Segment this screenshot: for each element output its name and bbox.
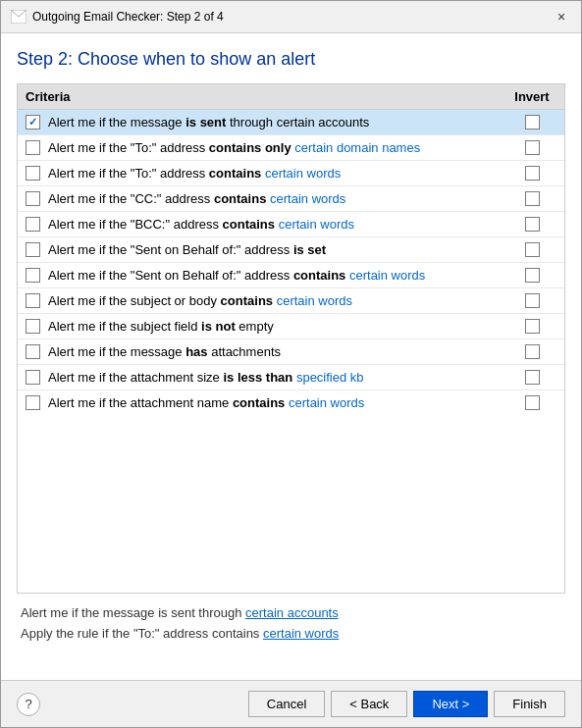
table-row[interactable]: Alert me if the "CC:" address contains c… [18, 186, 564, 212]
col-criteria-header: Criteria [26, 89, 507, 104]
table-row[interactable]: Alert me if the message is sent through … [18, 110, 564, 135]
row-checkbox-5[interactable] [26, 242, 40, 257]
title-bar-left: Outgoing Email Checker: Step 2 of 4 [11, 9, 224, 25]
table-header: Criteria Invert [18, 84, 564, 110]
email-icon [11, 9, 26, 25]
criteria-table: Criteria Invert Alert me if the message … [17, 83, 565, 594]
row-invert-8 [507, 319, 556, 334]
row-checkbox-0[interactable] [26, 115, 40, 130]
row-invert-3 [507, 191, 556, 206]
row-invert-1 [507, 140, 556, 155]
finish-button[interactable]: Finish [494, 691, 565, 717]
row-text-1: Alert me if the "To:" address contains o… [48, 140, 507, 155]
dialog: Outgoing Email Checker: Step 2 of 4 × St… [0, 0, 582, 728]
row-text-11: Alert me if the attachment name contains… [48, 395, 507, 410]
row-checkbox-9[interactable] [26, 344, 40, 359]
row-checkbox-10[interactable] [26, 370, 40, 385]
invert-checkbox-0[interactable] [525, 115, 540, 130]
row-invert-9 [507, 344, 556, 359]
table-row[interactable]: Alert me if the subject field is not emp… [18, 314, 564, 339]
row-text-9: Alert me if the message has attachments [48, 344, 507, 359]
table-row[interactable]: Alert me if the message has attachments [18, 339, 564, 365]
row-invert-4 [507, 217, 556, 232]
next-button[interactable]: Next > [413, 691, 488, 717]
table-row[interactable]: Alert me if the attachment size is less … [18, 365, 564, 390]
col-invert-header: Invert [507, 89, 556, 104]
summary-link-2[interactable]: certain words [263, 626, 339, 641]
invert-checkbox-8[interactable] [525, 319, 540, 334]
invert-checkbox-6[interactable] [525, 268, 540, 283]
table-row[interactable]: Alert me if the "To:" address contains c… [18, 161, 564, 186]
summary-line-1: Alert me if the message is sent through … [21, 603, 561, 624]
table-row[interactable]: Alert me if the "Sent on Behalf of:" add… [18, 237, 564, 263]
row-invert-11 [507, 395, 556, 410]
invert-checkbox-3[interactable] [525, 191, 540, 206]
row-checkbox-1[interactable] [26, 140, 40, 155]
cancel-button[interactable]: Cancel [248, 691, 325, 717]
back-button[interactable]: < Back [331, 691, 407, 717]
invert-checkbox-7[interactable] [525, 293, 540, 308]
row-text-6: Alert me if the "Sent on Behalf of:" add… [48, 268, 507, 283]
row-text-3: Alert me if the "CC:" address contains c… [48, 191, 507, 206]
close-button[interactable]: × [552, 7, 571, 26]
invert-checkbox-4[interactable] [525, 217, 540, 232]
invert-checkbox-10[interactable] [525, 370, 540, 385]
summary-line-2: Apply the rule if the "To:" address cont… [21, 624, 561, 645]
row-text-10: Alert me if the attachment size is less … [48, 370, 507, 385]
table-row[interactable]: Alert me if the attachment name contains… [18, 390, 564, 415]
row-checkbox-6[interactable] [26, 268, 40, 283]
invert-checkbox-5[interactable] [525, 242, 540, 257]
table-row[interactable]: Alert me if the "To:" address contains o… [18, 135, 564, 161]
help-button[interactable]: ? [17, 693, 40, 716]
row-text-5: Alert me if the "Sent on Behalf of:" add… [48, 242, 507, 257]
row-invert-6 [507, 268, 556, 283]
dialog-content: Step 2: Choose when to show an alert Cri… [1, 33, 581, 680]
row-text-8: Alert me if the subject field is not emp… [48, 319, 507, 334]
title-bar: Outgoing Email Checker: Step 2 of 4 × [1, 1, 581, 33]
row-text-2: Alert me if the "To:" address contains c… [48, 166, 507, 181]
row-invert-2 [507, 166, 556, 181]
row-text-0: Alert me if the message is sent through … [48, 115, 507, 130]
invert-checkbox-11[interactable] [525, 395, 540, 410]
row-text-7: Alert me if the subject or body contains… [48, 293, 507, 308]
table-row[interactable]: Alert me if the subject or body contains… [18, 288, 564, 314]
row-invert-10 [507, 370, 556, 385]
summary-area: Alert me if the message is sent through … [17, 594, 565, 672]
dialog-footer: ? Cancel < Back Next > Finish [1, 680, 581, 727]
row-checkbox-7[interactable] [26, 293, 40, 308]
invert-checkbox-2[interactable] [525, 166, 540, 181]
row-checkbox-3[interactable] [26, 191, 40, 206]
row-invert-7 [507, 293, 556, 308]
dialog-title: Outgoing Email Checker: Step 2 of 4 [32, 10, 224, 24]
step-title: Step 2: Choose when to show an alert [17, 49, 565, 70]
summary-link-1[interactable]: certain accounts [245, 605, 339, 620]
footer-buttons: Cancel < Back Next > Finish [248, 691, 565, 717]
row-checkbox-4[interactable] [26, 217, 40, 232]
row-invert-5 [507, 242, 556, 257]
table-row[interactable]: Alert me if the "BCC:" address contains … [18, 212, 564, 237]
row-text-4: Alert me if the "BCC:" address contains … [48, 217, 507, 232]
row-checkbox-11[interactable] [26, 395, 40, 410]
row-checkbox-8[interactable] [26, 319, 40, 334]
row-invert-0 [507, 115, 556, 130]
table-row[interactable]: Alert me if the "Sent on Behalf of:" add… [18, 263, 564, 288]
row-checkbox-2[interactable] [26, 166, 40, 181]
invert-checkbox-9[interactable] [525, 344, 540, 359]
invert-checkbox-1[interactable] [525, 140, 540, 155]
